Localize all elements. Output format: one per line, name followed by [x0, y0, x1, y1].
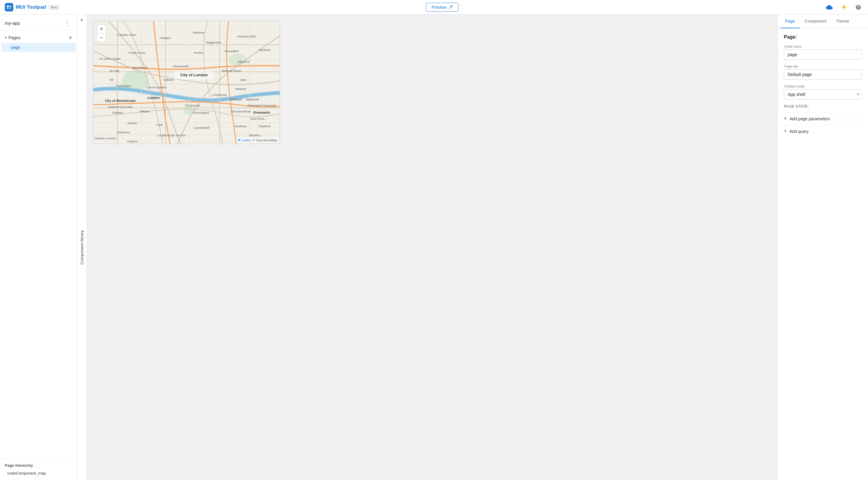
svg-text:Limehouse: Limehouse — [212, 93, 227, 97]
svg-text:Pimlico: Pimlico — [128, 122, 137, 125]
hierarchy-item[interactable]: codeComponent_map — [5, 470, 72, 476]
zoom-out-button[interactable]: − — [97, 33, 105, 42]
svg-text:Greenwich: Greenwich — [253, 111, 270, 114]
svg-text:Battersea: Battersea — [117, 131, 130, 134]
add-parameters-row[interactable]: + Add page parameters — [784, 112, 862, 125]
topbar: MUI Toolpad Beta Preview — [0, 0, 868, 14]
svg-text:Islington: Islington — [160, 36, 171, 39]
display-mode-wrapper: App shell No shell ▾ — [784, 89, 862, 100]
svg-text:Haggerston: Haggerston — [206, 41, 221, 44]
hierarchy-label: Page hierarchy — [5, 463, 72, 468]
svg-text:Stepney: Stepney — [235, 87, 246, 91]
mui-toolpad-logo — [5, 3, 13, 11]
pages-chevron-icon: ▾ — [5, 36, 7, 40]
svg-text:Holborn: Holborn — [163, 78, 174, 81]
add-parameters-label: Add page parameters — [789, 116, 830, 121]
svg-text:Paddington: Paddington — [116, 84, 131, 88]
left-sidebar: my-app ⋮ ▾ Pages + page Page hierarchy c… — [0, 14, 77, 480]
pages-header[interactable]: ▾ Pages + — [0, 33, 77, 42]
tab-theme[interactable]: Theme — [831, 14, 854, 28]
svg-text:Chelsea: Chelsea — [112, 111, 123, 114]
svg-text:Old Kent Road: Old Kent Road — [231, 110, 250, 113]
node-name-input[interactable] — [784, 49, 862, 60]
pages-header-left: ▾ Pages — [5, 35, 21, 40]
svg-text:The Borough: The Borough — [185, 104, 200, 107]
page-section-title: Page: — [784, 34, 862, 40]
page-state-label: PAGE STATE: — [784, 104, 862, 108]
add-query-label: Add query — [789, 129, 809, 134]
beta-badge: Beta — [49, 5, 60, 10]
svg-text:Blackhe...: Blackhe... — [249, 134, 262, 137]
help-button[interactable] — [854, 2, 863, 12]
sun-icon — [841, 4, 847, 10]
page-title-input[interactable] — [784, 69, 862, 79]
add-parameters-icon: + — [784, 115, 787, 122]
svg-rect-0 — [5, 3, 13, 11]
leaflet-link[interactable]: 🗺 Leaflet — [238, 139, 250, 142]
svg-rect-2 — [9, 5, 11, 7]
svg-text:Deptford: Deptford — [259, 125, 271, 128]
svg-text:East Gree...: East Gree... — [250, 117, 267, 120]
zoom-in-button[interactable]: + — [97, 25, 105, 33]
svg-text:Greenwich Peninsula: Greenwich Peninsula — [247, 104, 276, 107]
sidebar-app-name: my-app — [5, 21, 20, 26]
tab-page[interactable]: Page — [780, 14, 800, 28]
map-container[interactable]: + − — [93, 21, 280, 144]
component-library-label: Component library — [80, 230, 84, 265]
hierarchy-section: Page hierarchy codeComponent_map — [0, 459, 77, 480]
help-icon — [855, 4, 861, 10]
svg-text:Stratford: Stratford — [259, 48, 271, 52]
svg-rect-4 — [9, 8, 11, 9]
page-title-label: Page title — [784, 65, 862, 68]
svg-text:Kennington: Kennington — [194, 111, 209, 114]
right-panel-content: Page: Node name Page title Display mode … — [778, 28, 868, 143]
canvas-area: + − — [87, 14, 777, 480]
svg-text:Bethnal Green: Bethnal Green — [222, 69, 241, 72]
svg-text:Hill: Hill — [110, 78, 113, 81]
svg-text:Hoxton: Hoxton — [194, 51, 204, 54]
svg-text:Covent Garden: Covent Garden — [146, 85, 166, 89]
node-name-label: Node name — [784, 45, 862, 48]
display-mode-label: Display mode — [784, 84, 862, 88]
svg-text:Marylebone: Marylebone — [132, 66, 148, 69]
add-query-icon: + — [784, 128, 787, 134]
svg-text:Hackney: Hackney — [192, 31, 204, 34]
svg-rect-1 — [7, 5, 9, 7]
svg-text:St.John's Wood: St.John's Wood — [100, 57, 120, 60]
svg-text:Clerkenwell: Clerkenwell — [173, 65, 188, 68]
display-mode-select[interactable]: App shell No shell — [784, 89, 862, 100]
svg-text:Shoreditch: Shoreditch — [224, 49, 239, 53]
svg-text:Loughborough Junction: Loughborough Junction — [158, 134, 186, 137]
svg-text:Millbank: Millbank — [140, 110, 149, 113]
sidebar-app-row: my-app ⋮ — [0, 14, 77, 30]
cloud-icon — [826, 4, 833, 10]
theme-toggle-button[interactable] — [839, 2, 849, 12]
pages-label: Pages — [8, 35, 21, 40]
display-mode-group: Display mode App shell No shell ▾ — [784, 84, 862, 100]
svg-text:City of Westminster: City of Westminster — [105, 99, 136, 103]
svg-text:Oval: Oval — [156, 123, 162, 126]
svg-text:Bow: Bow — [241, 78, 247, 81]
svg-text:Camden Town: Camden Town — [117, 33, 136, 36]
expand-arrow-icon: ▶ — [81, 18, 83, 22]
sidebar-page-item[interactable]: page — [1, 43, 76, 52]
cloud-save-button[interactable] — [825, 2, 834, 12]
svg-text:London: London — [147, 96, 159, 100]
map-attribution: 🗺 Leaflet | © OpenStreetMap — [236, 138, 279, 143]
component-library-tab[interactable]: ▶ Component library — [77, 14, 87, 480]
svg-text:Peckham: Peckham — [234, 125, 247, 128]
map-svg: City of London Camden Town Hackney Hackn… — [93, 21, 280, 144]
tab-component[interactable]: Component — [800, 14, 831, 28]
add-page-button[interactable]: + — [68, 35, 72, 41]
external-link-icon — [448, 5, 453, 9]
svg-text:Clapham Junction: Clapham Junction — [95, 137, 117, 140]
sidebar-app-menu[interactable]: ⋮ — [62, 19, 72, 27]
page-title-group: Page title — [784, 65, 862, 79]
svg-text:Clapham: Clapham — [127, 140, 138, 143]
map-zoom-controls: + − — [97, 25, 106, 42]
right-panel: Page Component Theme Page: Node name Pag… — [777, 14, 868, 480]
app-title: MUI Toolpad — [16, 4, 46, 10]
svg-rect-5 — [94, 21, 280, 144]
add-query-row[interactable]: + Add query — [784, 125, 862, 137]
preview-button[interactable]: Preview — [426, 3, 459, 12]
